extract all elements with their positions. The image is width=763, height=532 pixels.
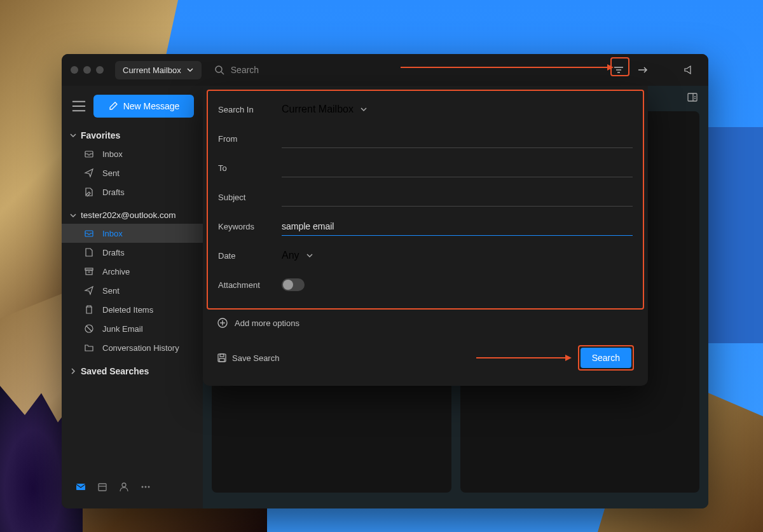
people-icon — [118, 481, 130, 493]
saved-searches-label: Saved Searches — [81, 366, 149, 376]
more-nav-button[interactable] — [135, 477, 156, 497]
calendar-nav-button[interactable] — [92, 477, 113, 497]
sidebar-item-label: Drafts — [102, 248, 125, 257]
subject-input[interactable] — [282, 188, 633, 207]
calendar-icon — [97, 481, 108, 493]
window-controls[interactable] — [71, 66, 104, 74]
sidebar-item-drafts[interactable]: Drafts — [62, 243, 203, 262]
keywords-input[interactable] — [282, 217, 633, 236]
archive-icon — [83, 266, 95, 277]
new-message-label: New Message — [123, 101, 180, 111]
search-button[interactable]: Search — [581, 348, 631, 368]
date-value: Any — [282, 250, 299, 261]
annotation-highlight-box: Search — [578, 345, 634, 371]
layout-toggle-button[interactable] — [687, 92, 698, 106]
date-dropdown[interactable]: Any — [282, 247, 313, 264]
keywords-label: Keywords — [218, 222, 282, 231]
sidebar-item-label: Sent — [102, 286, 120, 296]
subject-label: Subject — [218, 193, 282, 202]
account-header[interactable]: tester202x@outlook.com — [62, 207, 203, 224]
svg-rect-16 — [76, 484, 85, 490]
annotation-arrow-icon — [401, 64, 614, 71]
search-in-label: Search In — [218, 105, 282, 114]
drafts-icon — [83, 186, 95, 198]
svg-point-0 — [216, 66, 222, 72]
sidebar-item-fav-inbox[interactable]: Inbox — [62, 144, 203, 163]
sidebar-item-label: Drafts — [102, 188, 125, 197]
sidebar-item-junk[interactable]: Junk Email — [62, 319, 203, 338]
add-more-options-button[interactable]: Add more options — [203, 310, 648, 329]
attachment-toggle[interactable] — [282, 278, 305, 291]
account-label: tester202x@outlook.com — [81, 210, 176, 220]
svg-point-22 — [148, 486, 150, 488]
people-nav-button[interactable] — [114, 477, 134, 497]
saved-searches-header[interactable]: Saved Searches — [62, 362, 203, 380]
chevron-down-icon — [186, 66, 194, 74]
announcements-button[interactable] — [678, 59, 699, 81]
chevron-down-icon — [360, 106, 368, 113]
search-button-label: Search — [592, 353, 620, 363]
sidebar-item-inbox[interactable]: Inbox — [62, 224, 203, 243]
from-label: From — [218, 134, 282, 144]
toggle-knob — [283, 280, 293, 290]
to-input[interactable] — [282, 159, 633, 177]
svg-rect-32 — [219, 358, 224, 362]
favorites-label: Favorites — [81, 130, 120, 140]
minimize-dot-icon[interactable] — [83, 66, 91, 74]
arrow-right-icon — [637, 64, 649, 76]
mail-icon — [75, 481, 86, 493]
advanced-search-panel: Search In Current Mailbox From To — [203, 86, 648, 386]
search-placeholder: Search — [231, 65, 259, 75]
date-label: Date — [218, 251, 282, 261]
sidebar-item-label: Sent — [102, 168, 120, 178]
from-input[interactable] — [282, 130, 633, 148]
sidebar-bottom-nav — [62, 472, 203, 502]
trash-icon — [83, 304, 95, 315]
sidebar-item-sent[interactable]: Sent — [62, 281, 203, 300]
favorites-header[interactable]: Favorites — [62, 126, 203, 144]
chevron-down-icon — [306, 252, 313, 259]
sidebar-item-deleted[interactable]: Deleted Items — [62, 300, 203, 319]
sidebar-item-fav-drafts[interactable]: Drafts — [62, 182, 203, 201]
folder-icon — [83, 342, 95, 353]
drafts-icon — [83, 247, 95, 258]
add-more-label: Add more options — [235, 318, 299, 328]
sidebar: New Message Favorites Inbox Sent — [62, 86, 203, 508]
svg-point-20 — [142, 486, 144, 488]
save-search-button[interactable]: Save Search — [217, 353, 279, 363]
sidebar-item-fav-sent[interactable]: Sent — [62, 163, 203, 182]
sidebar-item-archive[interactable]: Archive — [62, 262, 203, 281]
sidebar-item-label: Deleted Items — [102, 305, 153, 315]
sidebar-item-label: Junk Email — [102, 324, 143, 334]
sidebar-item-label: Conversation History — [102, 343, 179, 353]
panel-icon — [687, 92, 698, 103]
to-label: To — [218, 163, 282, 173]
search-icon — [214, 65, 224, 75]
maximize-dot-icon[interactable] — [96, 66, 104, 74]
exit-search-button[interactable] — [632, 59, 654, 81]
svg-marker-34 — [565, 355, 572, 361]
compose-icon — [108, 101, 118, 111]
inbox-icon — [83, 228, 95, 239]
new-message-button[interactable]: New Message — [93, 95, 194, 118]
svg-rect-23 — [688, 93, 697, 101]
content-area: Search In Current Mailbox From To — [203, 86, 708, 508]
search-in-dropdown[interactable]: Current Mailbox — [282, 101, 368, 118]
svg-line-15 — [86, 326, 92, 331]
junk-icon — [83, 323, 95, 334]
search-scope-dropdown[interactable]: Current Mailbox — [115, 61, 202, 79]
ellipsis-icon — [140, 481, 151, 493]
sidebar-item-conversation-history[interactable]: Conversation History — [62, 338, 203, 357]
sidebar-item-label: Inbox — [102, 229, 123, 238]
svg-rect-17 — [99, 484, 106, 491]
send-icon — [83, 167, 95, 179]
outlook-window: Current Mailbox Search — [62, 54, 708, 508]
save-search-label: Save Search — [232, 353, 279, 363]
chevron-down-icon — [69, 212, 77, 219]
close-dot-icon[interactable] — [71, 66, 78, 74]
search-scope-label: Current Mailbox — [123, 65, 181, 75]
plus-circle-icon — [217, 317, 228, 329]
hamburger-button[interactable] — [71, 98, 87, 114]
mail-nav-button[interactable] — [71, 477, 91, 497]
save-icon — [217, 353, 227, 363]
